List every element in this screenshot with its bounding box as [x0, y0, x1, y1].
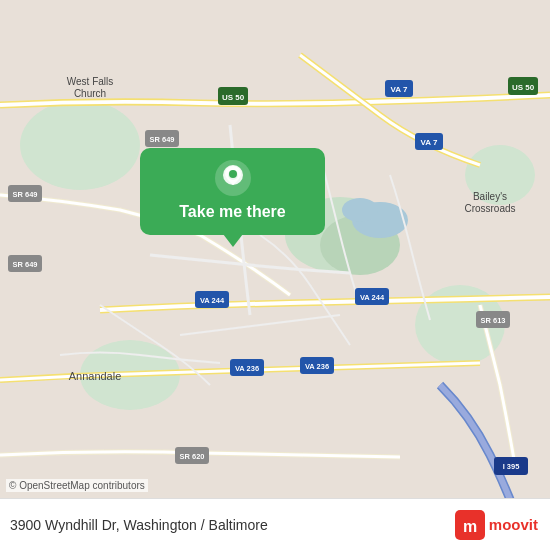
- svg-point-4: [342, 198, 378, 222]
- moovit-label-text: moovit: [489, 516, 538, 533]
- moovit-brand-icon: m: [455, 510, 485, 540]
- bottom-bar: 3900 Wyndhill Dr, Washington / Baltimore…: [0, 498, 550, 550]
- svg-text:VA 244: VA 244: [360, 293, 385, 302]
- copyright-text: © OpenStreetMap contributors: [6, 479, 148, 492]
- svg-text:Annandale: Annandale: [69, 370, 122, 382]
- tooltip-label: Take me there: [179, 202, 285, 221]
- svg-text:VA 236: VA 236: [235, 364, 259, 373]
- svg-text:West Falls: West Falls: [67, 76, 114, 87]
- location-pin-icon: [215, 160, 251, 196]
- svg-text:m: m: [463, 518, 477, 535]
- moovit-logo[interactable]: m moovit: [455, 510, 538, 540]
- svg-text:I 395: I 395: [503, 462, 520, 471]
- svg-text:SR 649: SR 649: [149, 135, 174, 144]
- svg-text:Church: Church: [74, 88, 106, 99]
- map-background: US 50 US 50 VA 7 VA 7 SR 649 SR 649 SR 6…: [0, 0, 550, 550]
- svg-text:SR 613: SR 613: [480, 316, 505, 325]
- svg-point-45: [229, 170, 237, 178]
- svg-text:US 50: US 50: [222, 93, 245, 102]
- map-container: US 50 US 50 VA 7 VA 7 SR 649 SR 649 SR 6…: [0, 0, 550, 550]
- svg-text:Crossroads: Crossroads: [464, 203, 515, 214]
- svg-point-5: [20, 100, 140, 190]
- tooltip-popup[interactable]: Take me there: [140, 148, 325, 235]
- svg-text:SR 649: SR 649: [12, 190, 37, 199]
- svg-text:VA 244: VA 244: [200, 296, 225, 305]
- svg-text:SR 649: SR 649: [12, 260, 37, 269]
- svg-text:VA 7: VA 7: [391, 85, 408, 94]
- svg-text:VA 236: VA 236: [305, 362, 329, 371]
- address-text: 3900 Wyndhill Dr, Washington / Baltimore: [10, 517, 268, 533]
- svg-text:US 50: US 50: [512, 83, 535, 92]
- svg-text:SR 620: SR 620: [179, 452, 204, 461]
- svg-text:Bailey's: Bailey's: [473, 191, 507, 202]
- svg-text:VA 7: VA 7: [421, 138, 438, 147]
